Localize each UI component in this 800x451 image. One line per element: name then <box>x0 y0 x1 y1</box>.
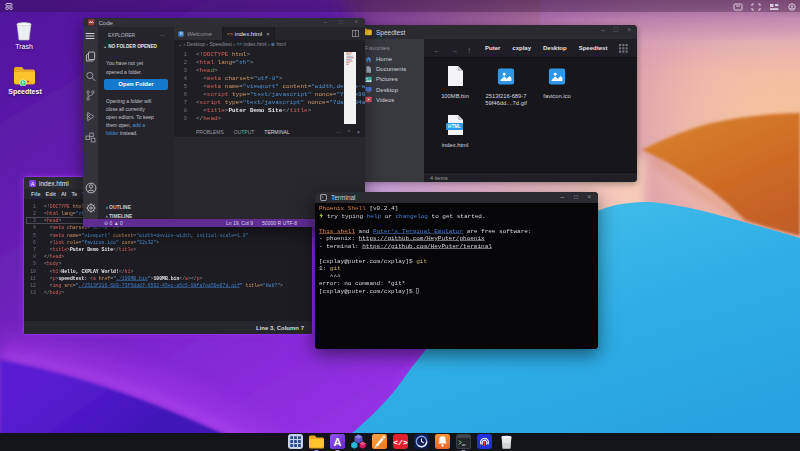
svg-text:A: A <box>31 180 35 186</box>
svg-text:HTML: HTML <box>448 124 461 129</box>
svg-text:</>: </> <box>393 438 408 447</box>
svg-text:A: A <box>334 436 342 448</box>
